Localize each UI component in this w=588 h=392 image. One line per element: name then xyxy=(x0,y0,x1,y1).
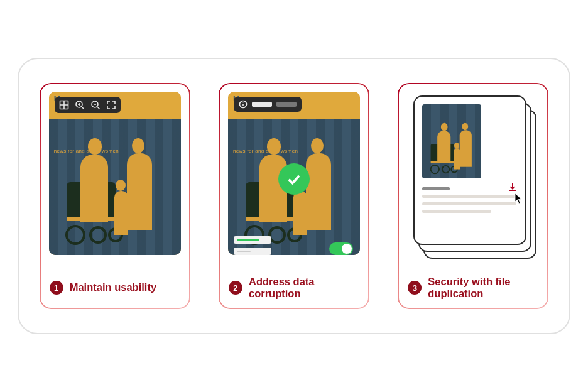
svg-point-12 xyxy=(242,102,243,102)
metadata-line xyxy=(422,210,491,213)
zoom-in-icon[interactable] xyxy=(75,100,85,110)
stack-sheet-front: Up xyxy=(413,95,526,245)
card-label-row: 2 Address data corruption xyxy=(227,269,361,303)
check-icon xyxy=(285,170,303,188)
zoom-out-icon[interactable] xyxy=(90,100,101,110)
check-badge xyxy=(278,163,310,195)
cover-image: Up news for and about women xyxy=(49,92,181,255)
step-number-badge: 3 xyxy=(408,281,422,295)
card-label: Security with file duplication xyxy=(428,276,538,300)
cursor-icon xyxy=(514,192,524,205)
status-chip xyxy=(234,248,271,255)
card-address-data-corruption: Up news for and about women xyxy=(219,83,369,309)
step-number-badge: 1 xyxy=(50,281,63,295)
file-stack: Up xyxy=(413,95,533,259)
info-bar xyxy=(234,97,302,112)
step-number-badge: 2 xyxy=(229,281,242,295)
card-security-file-duplication: Up xyxy=(398,83,548,309)
grid-icon[interactable] xyxy=(59,100,69,110)
card-label-row: 1 Maintain usability xyxy=(48,269,182,303)
metadata-line xyxy=(422,195,516,198)
download-icon[interactable] xyxy=(508,182,518,192)
status-chip xyxy=(234,236,271,244)
cover-thumbnail: Up xyxy=(422,104,481,178)
card-maintain-usability: Up news for and about women xyxy=(40,83,190,309)
info-bar-segment xyxy=(276,102,297,107)
card-label: Maintain usability xyxy=(70,281,156,293)
diagram-frame: Up news for and about women xyxy=(18,58,570,334)
svg-line-8 xyxy=(97,107,100,109)
info-icon[interactable] xyxy=(239,100,248,109)
viewer-toolbar xyxy=(55,97,121,113)
svg-line-4 xyxy=(82,107,84,109)
metadata-lines xyxy=(422,187,518,213)
card-label: Address data corruption xyxy=(249,276,359,300)
status-chips xyxy=(234,236,271,255)
fullscreen-icon[interactable] xyxy=(106,100,116,110)
toggle-switch[interactable] xyxy=(329,242,353,255)
metadata-line xyxy=(422,202,516,205)
info-bar-segment xyxy=(252,102,272,107)
card-label-row: 3 Security with file duplication xyxy=(406,269,540,303)
metadata-line xyxy=(422,187,450,190)
